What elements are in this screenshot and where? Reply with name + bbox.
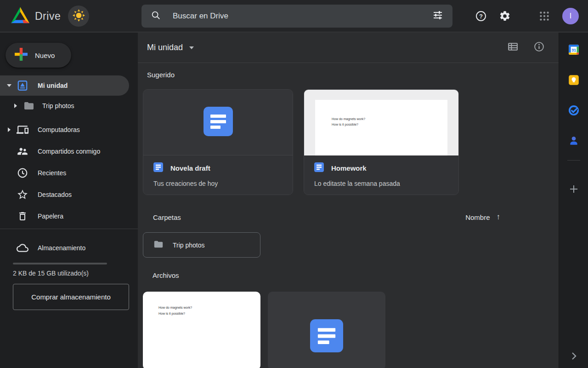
search-options-icon[interactable]: [432, 10, 443, 23]
file-subtitle: Lo editaste la semana pasada: [314, 180, 448, 187]
google-docs-icon: [204, 107, 233, 138]
sidebar-item-label: Compartidos conmigo: [38, 148, 100, 155]
collapse-chevron-icon[interactable]: [568, 351, 579, 362]
folders-section-label: Carpetas: [153, 213, 181, 221]
folder-name: Trip photos: [173, 242, 205, 249]
file-title: Novela draft: [170, 164, 210, 172]
sort-label[interactable]: Nombre: [465, 213, 490, 221]
preview-text-line: How is it possible?: [332, 122, 447, 127]
svg-text:?: ?: [479, 13, 483, 20]
people-icon: [17, 145, 28, 157]
google-keep-icon[interactable]: [568, 74, 580, 86]
my-drive-icon: [17, 80, 28, 92]
sidebar-item-my-drive[interactable]: Mi unidad: [0, 75, 129, 96]
card-footer: Novela draft Tus creaciones de hoy: [143, 155, 293, 195]
search-icon[interactable]: [151, 10, 161, 22]
sidebar-item-shared[interactable]: Compartidos conmigo: [0, 140, 138, 162]
storage-progress-bar: [13, 263, 107, 264]
sidebar-item-storage[interactable]: Almacenamiento: [0, 237, 138, 259]
chevron-down-icon[interactable]: [6, 84, 13, 87]
folder-card-trip-photos[interactable]: Trip photos: [143, 232, 260, 258]
google-calendar-icon[interactable]: 31: [568, 44, 580, 56]
drive-logo-area[interactable]: Drive: [11, 0, 89, 32]
account-avatar[interactable]: I: [562, 8, 579, 24]
file-subtitle: Tus creaciones de hoy: [153, 180, 283, 187]
sidebar-item-label: Mi unidad: [38, 82, 68, 89]
file-title: Homework: [331, 164, 367, 172]
sidebar-item-label: Computadoras: [38, 126, 80, 133]
help-icon[interactable]: ?: [475, 10, 487, 22]
buy-storage-button[interactable]: Comprar almacenamiento: [13, 284, 129, 310]
rail-divider: [567, 160, 580, 161]
sidebar-item-trip-photos[interactable]: Trip photos: [0, 96, 138, 116]
sidebar-item-label: Papelera: [38, 213, 63, 220]
search-input[interactable]: Buscar en Drive: [173, 12, 432, 21]
search-bar[interactable]: Buscar en Drive: [141, 5, 452, 28]
new-button-label: Nuevo: [35, 52, 55, 59]
contacts-icon[interactable]: [568, 135, 580, 147]
chevron-down-icon[interactable]: [189, 46, 194, 49]
sidebar-item-computers[interactable]: Computadoras: [0, 119, 138, 140]
card-footer: Homework Lo editaste la semana pasada: [304, 155, 458, 195]
folder-icon: [23, 100, 35, 112]
sidebar-divider: [0, 229, 138, 229]
sun-icon: [73, 9, 85, 23]
trash-icon: [17, 210, 28, 222]
files-section-label: Archivos: [153, 271, 559, 279]
sidebar-item-trash[interactable]: Papelera: [0, 205, 138, 227]
plus-multicolor-icon: [15, 48, 28, 63]
document-page-thumbnail: How do magnets work? How is it possible?: [315, 100, 447, 155]
clock-icon: [17, 167, 28, 179]
new-button[interactable]: Nuevo: [6, 43, 71, 68]
info-icon[interactable]: [533, 41, 545, 54]
google-docs-icon: [310, 319, 343, 354]
preview-text-line: How do magnets work?: [332, 116, 447, 122]
computers-icon: [17, 124, 28, 136]
google-drive-window: Drive: [0, 0, 588, 368]
file-preview: How do magnets work? How is it possible?: [304, 90, 458, 155]
google-apps-grid-icon[interactable]: [538, 10, 550, 22]
sidebar-item-label: Trip photos: [42, 102, 74, 109]
left-sidebar: Nuevo Mi unidad: [0, 33, 138, 368]
sidebar-item-recent[interactable]: Recientes: [0, 162, 138, 184]
google-docs-icon: [153, 162, 163, 174]
sort-ascending-arrow-icon[interactable]: ↑: [497, 213, 501, 222]
file-preview: [143, 90, 293, 155]
list-view-toggle-icon[interactable]: [507, 41, 519, 54]
add-panel-plus-icon[interactable]: [568, 184, 579, 195]
sidebar-item-starred[interactable]: Destacados: [0, 184, 138, 205]
theme-toggle-button[interactable]: [68, 6, 89, 27]
header-divider: [138, 63, 559, 63]
suggested-card-novela-draft[interactable]: Novela draft Tus creaciones de hoy: [143, 89, 293, 195]
drive-logo-icon: [11, 7, 29, 25]
main-content: Mi unidad: [138, 33, 559, 368]
location-title[interactable]: Mi unidad: [147, 43, 183, 52]
preview-text-line: How do magnets work?: [158, 305, 260, 310]
settings-gear-icon[interactable]: [499, 10, 511, 22]
google-tasks-icon[interactable]: [568, 104, 580, 116]
sidebar-item-label: Almacenamiento: [38, 244, 85, 252]
cloud-icon: [17, 242, 28, 254]
storage-usage-text: 2 KB de 15 GB utilizado(s): [13, 270, 138, 277]
chevron-right-icon[interactable]: [6, 127, 13, 132]
svg-text:31: 31: [571, 48, 576, 52]
sidebar-item-label: Destacados: [38, 191, 72, 198]
folder-icon: [153, 239, 164, 251]
suggested-section-label: Sugerido: [147, 71, 559, 79]
suggested-card-homework[interactable]: How do magnets work? How is it possible?: [304, 89, 459, 195]
main-header: Mi unidad: [138, 33, 559, 63]
chevron-right-icon[interactable]: [12, 104, 19, 108]
side-panel-rail: 31: [559, 33, 588, 368]
sort-control[interactable]: Nombre ↑: [465, 213, 500, 222]
preview-text-line: How is it possible?: [158, 310, 260, 316]
file-card-novela-draft[interactable]: [268, 292, 385, 368]
star-icon: [17, 189, 28, 201]
file-card-homework[interactable]: How do magnets work? How is it possible?: [143, 292, 260, 368]
sidebar-item-label: Recientes: [38, 169, 66, 177]
app-name: Drive: [35, 10, 61, 23]
top-bar: Drive: [0, 0, 588, 32]
google-docs-icon: [314, 162, 324, 174]
